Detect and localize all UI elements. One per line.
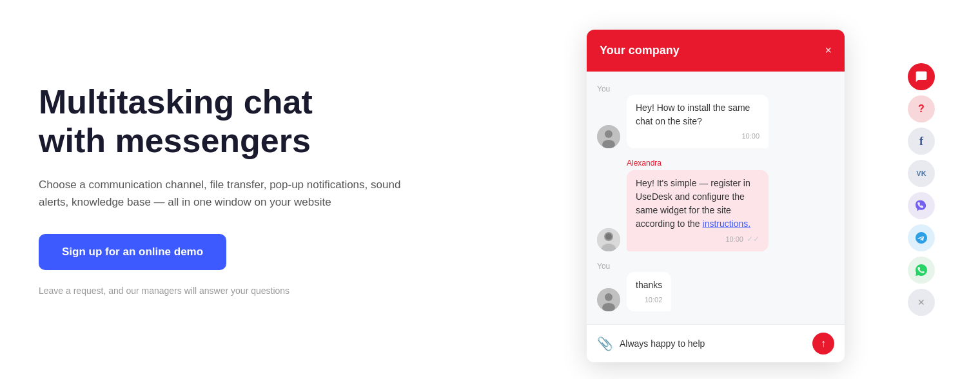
msg-bubble-1: Hey! How to install the same chat on the… bbox=[627, 95, 769, 148]
msg-text-3: thanks bbox=[636, 280, 662, 290]
svg-point-1 bbox=[605, 130, 612, 138]
msg-col-1: Hey! How to install the same chat on the… bbox=[627, 95, 769, 148]
chat-header: Your company × bbox=[587, 30, 845, 72]
main-layout: Multitasking chatwith messengers Choose … bbox=[0, 0, 980, 379]
read-icon: ✓✓ bbox=[747, 235, 760, 244]
msg-bubble-2: Hey! It's simple — register in UseDesk a… bbox=[627, 170, 769, 251]
facebook-f: f bbox=[919, 135, 923, 148]
user-avatar-1 bbox=[597, 125, 620, 148]
message-group-2: Alexandra Hey! It's simple — register in… bbox=[597, 159, 834, 251]
chat-bubble-icon[interactable] bbox=[908, 63, 935, 90]
vk-icon[interactable]: VK bbox=[908, 160, 935, 187]
svg-point-8 bbox=[605, 293, 612, 301]
left-section: Multitasking chatwith messengers Choose … bbox=[39, 83, 490, 296]
chat-messages: You Hey! How to install the same chat bbox=[587, 72, 845, 324]
hero-subtitle: Choose a communication channel, file tra… bbox=[39, 176, 413, 211]
msg-time-3: 10:02 bbox=[636, 295, 662, 306]
msg-time-1: 10:00 bbox=[636, 131, 760, 142]
leave-request-text: Leave a request, and our managers will a… bbox=[39, 286, 464, 296]
instructions-link[interactable]: instructions. bbox=[703, 219, 751, 229]
hero-title: Multitasking chatwith messengers bbox=[39, 83, 464, 160]
right-section: Your company × You bbox=[490, 0, 941, 379]
whatsapp-icon[interactable] bbox=[908, 257, 935, 284]
you-label-1: You bbox=[597, 84, 834, 93]
message-group-3: You thanks 10:02 bbox=[597, 262, 834, 312]
message-group-1: You Hey! How to install the same chat bbox=[597, 84, 834, 148]
msg-text-1: Hey! How to install the same chat on the… bbox=[636, 102, 750, 126]
question-circle-icon[interactable]: ? bbox=[908, 95, 935, 122]
svg-point-6 bbox=[605, 233, 612, 240]
demo-button[interactable]: Sign up for an online demo bbox=[39, 234, 226, 270]
agent-avatar bbox=[597, 228, 620, 251]
chat-header-title: Your company bbox=[600, 44, 680, 57]
user-avatar-2 bbox=[597, 288, 620, 311]
facebook-icon[interactable]: f bbox=[908, 128, 935, 155]
side-icons-panel: ? f VK ✕ bbox=[908, 63, 935, 316]
msg-row-1: Hey! How to install the same chat on the… bbox=[597, 95, 834, 148]
chat-input[interactable] bbox=[620, 338, 806, 349]
msg-bubble-3: thanks 10:02 bbox=[627, 272, 671, 312]
msg-row-3: thanks 10:02 bbox=[597, 272, 834, 312]
send-arrow-icon: ↑ bbox=[821, 338, 826, 349]
vk-text: VK bbox=[916, 170, 926, 177]
viber-icon[interactable] bbox=[908, 192, 935, 219]
msg-col-2: Alexandra Hey! It's simple — register in… bbox=[627, 159, 769, 251]
question-mark: ? bbox=[918, 103, 925, 115]
attach-icon[interactable]: 📎 bbox=[597, 336, 613, 351]
chat-close-button[interactable]: × bbox=[825, 44, 832, 57]
you-label-3: You bbox=[597, 262, 834, 271]
send-button[interactable]: ↑ bbox=[812, 333, 834, 355]
dismiss-icon[interactable]: ✕ bbox=[908, 289, 935, 316]
msg-text-2: Hey! It's simple — register in UseDesk a… bbox=[636, 178, 750, 229]
msg-time-2: 10:00 ✓✓ bbox=[636, 233, 760, 245]
chat-widget: Your company × You bbox=[587, 30, 845, 362]
agent-name: Alexandra bbox=[627, 159, 769, 168]
telegram-icon[interactable] bbox=[908, 224, 935, 251]
msg-col-3: thanks 10:02 bbox=[627, 272, 671, 312]
chat-input-area: 📎 ↑ bbox=[587, 324, 845, 362]
x-mark: ✕ bbox=[917, 297, 925, 307]
msg-row-2: Alexandra Hey! It's simple — register in… bbox=[597, 159, 834, 251]
